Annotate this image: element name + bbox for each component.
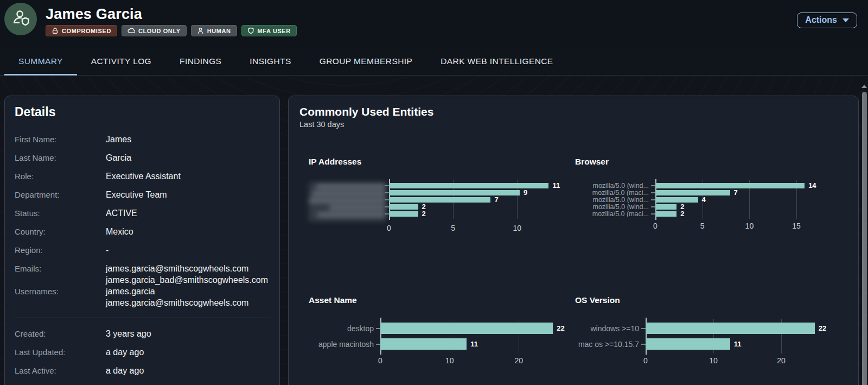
chart-title: OS Version (575, 295, 841, 305)
detail-row-last-name: Last Name:Garcia (15, 152, 270, 163)
chart-plot-area: 2211 (380, 320, 543, 352)
chart-title: Asset Name (309, 295, 575, 305)
bar-value-label: 7 (734, 188, 738, 197)
scroll-up-arrow-icon[interactable] (861, 85, 867, 88)
status-badge-cloud-only: CLOUD ONLY (122, 25, 187, 36)
x-tick-label: 0 (378, 356, 382, 365)
chart-x-axis-ticks: 01020 (646, 356, 808, 367)
detail-row-status: Status:ACTIVE (15, 207, 270, 219)
category-label: mozilla/5.0 (maci... (575, 210, 655, 217)
detail-values: a day ago (106, 346, 144, 358)
x-tick-label: 20 (777, 356, 786, 365)
detail-row-last-updated: Last Updated:a day ago (15, 346, 270, 358)
bar-row: 2 (655, 210, 840, 217)
x-tick-label: 5 (451, 224, 455, 232)
chart-category-labels (309, 182, 389, 219)
detail-label: Country: (15, 226, 106, 237)
bar-value-label: 2 (680, 210, 684, 218)
bar-value-label: 4 (702, 195, 706, 204)
bar (655, 197, 698, 203)
x-tick-label: 10 (445, 356, 454, 365)
badge-label: CLOUD ONLY (138, 28, 181, 34)
chart-plot-area: 147422 (655, 182, 818, 217)
chart-area: mozilla/5.0 (wind...mozilla/5.0 (maci...… (575, 182, 841, 217)
bar (655, 204, 676, 210)
y-tick-mark (651, 206, 655, 207)
scrollbar-thumb[interactable] (862, 92, 867, 385)
detail-row-created: Created:3 years ago (15, 328, 270, 339)
vertical-scrollbar[interactable] (861, 85, 867, 385)
lock-icon (52, 27, 59, 34)
actions-button[interactable]: Actions (797, 12, 857, 28)
chart-area: windows >=10mac os >=10.15.72211 (575, 320, 841, 352)
bar-row: 11 (646, 336, 830, 352)
tab-findings[interactable]: FINDINGS (165, 49, 235, 75)
tab-summary[interactable]: SUMMARY (4, 49, 77, 75)
detail-label: Last Updated: (15, 346, 106, 358)
x-tick-label: 5 (700, 222, 705, 230)
detail-label: Emails: (15, 263, 106, 286)
chart-title: Browser (575, 157, 841, 167)
entity-header: James Garcia COMPROMISEDCLOUD ONLYHUMANM… (0, 0, 868, 49)
detail-value: james.garcia@smithscogwheels.com (106, 263, 268, 274)
detail-values: - (106, 244, 108, 256)
detail-values: James (106, 134, 131, 145)
bar-value-label: 9 (524, 188, 527, 197)
detail-values: a day ago (106, 365, 144, 376)
bar (655, 183, 805, 188)
detail-value: Executive Team (106, 189, 167, 200)
entities-title: Commonly Used Entities (299, 105, 847, 119)
category-label: windows >=10 (575, 320, 646, 336)
x-tick-label: 10 (709, 356, 718, 365)
chart-x-axis-ticks: 0510 (389, 224, 552, 235)
category-label: mozilla/5.0 (maci... (575, 189, 655, 196)
detail-label: First Name: (15, 134, 106, 145)
details-fields: First Name:JamesLast Name:GarciaRole:Exe… (15, 134, 270, 308)
tab-dark-web-intelligence[interactable]: DARK WEB INTELLIGENCE (426, 49, 567, 75)
y-tick-mark (376, 344, 380, 345)
chart-category-labels: desktopapple macintosh (309, 320, 380, 352)
blurred-text-line (309, 198, 386, 203)
details-meta-fields: Created:3 years agoLast Updated:a day ag… (15, 328, 270, 376)
bar-value-label: 7 (494, 195, 498, 204)
bar-row: 2 (389, 203, 573, 210)
category-label: apple macintosh (309, 336, 380, 352)
detail-label: Last Active: (15, 365, 106, 376)
status-badge-mfa-user: MFA USER (241, 25, 297, 36)
status-badge-compromised: COMPROMISED (46, 25, 117, 36)
x-tick-label: 0 (387, 224, 391, 232)
chevron-down-icon (843, 18, 849, 22)
detail-value: Garcia (106, 152, 131, 163)
bar-value-label: 22 (557, 324, 564, 332)
blurred-text-line (312, 191, 386, 196)
detail-values: Mexico (106, 226, 133, 237)
chart-area: 119722 (309, 182, 575, 219)
bar-row: 7 (389, 196, 573, 203)
tab-group-membership[interactable]: GROUP MEMBERSHIP (305, 49, 426, 75)
detail-row-first-name: First Name:James (15, 134, 270, 145)
y-tick-mark (651, 213, 655, 214)
x-tick-label: 0 (643, 356, 648, 365)
tab-bar: SUMMARYACTIVITY LOGFINDINGSINSIGHTSGROUP… (0, 49, 868, 75)
y-tick-mark (376, 328, 380, 329)
chart-browser: Browsermozilla/5.0 (wind...mozilla/5.0 (… (575, 157, 841, 235)
chart-asset-name: Asset Namedesktopapple macintosh22110102… (309, 295, 575, 367)
shield-icon (247, 27, 254, 34)
y-tick-mark (385, 185, 389, 186)
detail-label: Role: (15, 171, 106, 182)
badge-row: COMPROMISEDCLOUD ONLYHUMANMFA USER (46, 25, 297, 36)
bar (380, 323, 553, 334)
blurred-text-line (317, 212, 386, 217)
detail-row-usernames: Usernames:james.garciajames.garcia@smith… (15, 286, 270, 308)
y-tick-mark (651, 185, 655, 186)
category-label: mozilla/5.0 (wind... (575, 182, 655, 189)
category-label: mozilla/5.0 (wind... (575, 196, 655, 203)
x-tick-label: 20 (515, 356, 524, 365)
category-label: desktop (309, 320, 380, 336)
detail-values: ACTIVE (106, 207, 137, 219)
chart-area: desktopapple macintosh2211 (309, 320, 575, 352)
tab-activity-log[interactable]: ACTIVITY LOG (77, 49, 165, 75)
bar (389, 183, 548, 188)
tab-insights[interactable]: INSIGHTS (235, 49, 305, 75)
detail-values: james.garcia@smithscogwheels.comjames.ga… (106, 263, 268, 286)
